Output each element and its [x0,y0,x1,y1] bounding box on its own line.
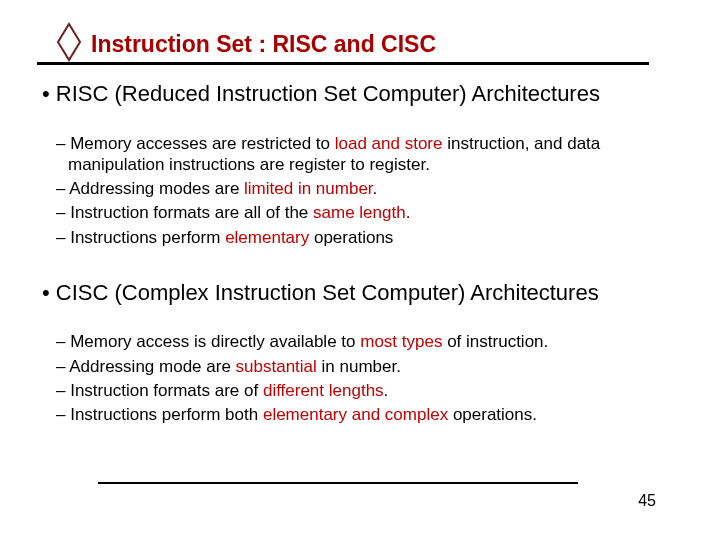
text: – Instructions perform both [56,405,263,424]
text: – Instruction formats are of [56,381,263,400]
emphasis: most types [360,332,442,351]
emphasis: same length [313,203,406,222]
emphasis: load and store [335,134,443,153]
section-heading: • RISC (Reduced Instruction Set Computer… [42,80,678,108]
emphasis: elementary [225,228,309,247]
text: . [384,381,389,400]
bullet-point: – Addressing mode are substantial in num… [42,356,678,377]
text: – Addressing modes are [56,179,244,198]
diamond-icon [55,22,83,66]
title-underline [37,62,649,65]
text: operations. [448,405,537,424]
content-area: • RISC (Reduced Instruction Set Computer… [42,74,678,428]
text: – Addressing mode are [56,357,236,376]
text: in number. [317,357,401,376]
bullet-point: – Addressing modes are limited in number… [42,178,678,199]
text: – Instruction formats are all of the [56,203,313,222]
text: of instruction. [442,332,548,351]
slide: Instruction Set : RISC and CISC • RISC (… [0,0,720,540]
emphasis: elementary and complex [263,405,448,424]
section-heading: • CISC (Complex Instruction Set Computer… [42,279,678,307]
title-row: Instruction Set : RISC and CISC [55,22,680,66]
text: – Instructions perform [56,228,225,247]
bullet-point: – Instructions perform both elementary a… [42,404,678,425]
bullet-point: – Instruction formats are all of the sam… [42,202,678,223]
emphasis: limited in number [244,179,373,198]
page-number: 45 [638,492,656,510]
svg-marker-0 [58,24,80,60]
text: . [406,203,411,222]
bullet-point: – Instructions perform elementary operat… [42,227,678,248]
text: operations [309,228,393,247]
text: – Memory access is directly available to [56,332,360,351]
text: . [373,179,378,198]
bullet-point: – Memory accesses are restricted to load… [42,133,678,176]
bullet-point: – Memory access is directly available to… [42,331,678,352]
emphasis: substantial [236,357,317,376]
bullet-point: – Instruction formats are of different l… [42,380,678,401]
emphasis: different lengths [263,381,384,400]
text: – Memory accesses are restricted to [56,134,335,153]
slide-title: Instruction Set : RISC and CISC [91,31,436,58]
footer-rule [98,482,578,484]
